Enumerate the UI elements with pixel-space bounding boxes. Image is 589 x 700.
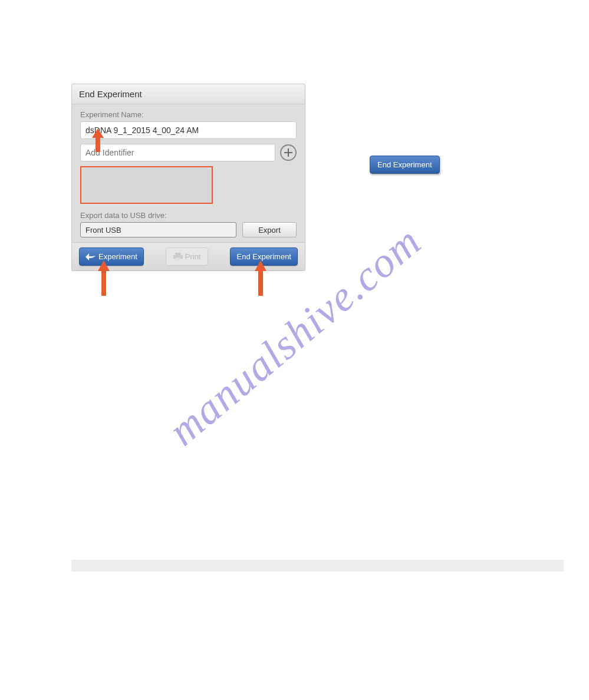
end-experiment-standalone-label: End Experiment <box>377 160 432 169</box>
annotation-arrow-back <box>98 260 110 296</box>
print-icon <box>173 253 183 261</box>
identifier-row <box>80 144 297 161</box>
export-row: Export <box>80 222 297 237</box>
usb-drive-select[interactable] <box>80 222 236 237</box>
dialog-title: End Experiment <box>72 84 305 104</box>
footer-separator <box>71 560 564 572</box>
experiment-name-label: Experiment Name: <box>80 110 297 119</box>
plus-icon <box>284 148 292 157</box>
annotation-arrow-name <box>92 128 104 152</box>
standalone-end-experiment: End Experiment <box>370 156 440 174</box>
print-button: Print <box>166 247 209 266</box>
annotation-arrow-end <box>255 260 266 296</box>
experiment-name-input[interactable] <box>80 121 297 139</box>
dialog-body: Experiment Name: Export data to USB driv… <box>72 104 305 242</box>
end-experiment-label: End Experiment <box>236 252 291 261</box>
add-identifier-button[interactable] <box>280 144 297 161</box>
identifier-input[interactable] <box>80 144 275 161</box>
back-arrow-icon <box>85 253 96 260</box>
identifier-list-highlight <box>80 166 213 204</box>
end-experiment-button-standalone[interactable]: End Experiment <box>370 156 440 174</box>
export-label: Export data to USB drive: <box>80 211 297 220</box>
end-experiment-dialog: End Experiment Experiment Name: Export d… <box>71 84 305 271</box>
svg-rect-0 <box>175 253 181 255</box>
export-button[interactable]: Export <box>242 222 297 237</box>
svg-rect-2 <box>176 257 180 260</box>
print-button-label: Print <box>185 252 201 261</box>
back-button-label: Experiment <box>98 252 137 261</box>
back-to-experiment-button[interactable]: Experiment <box>79 247 144 266</box>
